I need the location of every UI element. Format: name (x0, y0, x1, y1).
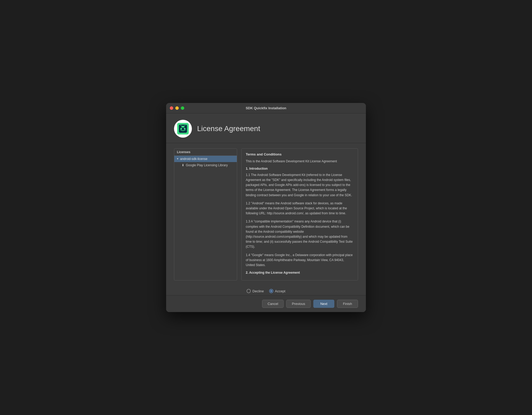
previous-button[interactable]: Previous (286, 300, 311, 308)
google-play-licensing-library-item[interactable]: ⬇ Google Play Licensing Library (174, 162, 237, 168)
download-icon: ⬇ (182, 163, 184, 167)
terms-para-3: 1.3 A "compatible implementation" means … (246, 219, 354, 249)
titlebar: SDK Quickfix Installation (166, 103, 366, 113)
svg-point-3 (184, 128, 186, 130)
android-sdk-license-item[interactable]: ▾ android-sdk-license (174, 156, 237, 162)
licenses-panel-header: Licenses (174, 149, 237, 156)
terms-panel[interactable]: Terms and Conditions This is the Android… (241, 148, 358, 281)
traffic-lights (170, 106, 184, 110)
android-studio-icon (174, 120, 192, 138)
terms-intro: This is the Android Software Development… (246, 159, 354, 164)
window-title: SDK Quickfix Installation (246, 106, 287, 110)
terms-title: Terms and Conditions (246, 152, 354, 156)
close-button[interactable] (170, 106, 173, 110)
cancel-button[interactable]: Cancel (262, 300, 284, 308)
footer: Cancel Previous Next Finish (166, 295, 366, 312)
terms-para-4: 1.4 "Google" means Google Inc., a Delawa… (246, 253, 354, 268)
main-window: SDK Quickfix Installation License Agreem… (166, 103, 366, 312)
maximize-button[interactable] (181, 106, 184, 110)
license-radio-section: Decline Accept (166, 286, 366, 295)
decline-option[interactable]: Decline (247, 289, 264, 293)
android-sdk-license-label: android-sdk-license (180, 157, 207, 161)
accept-radio[interactable] (269, 289, 273, 293)
finish-button[interactable]: Finish (337, 300, 358, 308)
accept-label: Accept (275, 289, 285, 293)
android-studio-svg (177, 123, 189, 134)
page-title: License Agreement (197, 124, 260, 133)
terms-para-2: 1.2 "Android" means the Android software… (246, 201, 354, 216)
svg-rect-4 (182, 126, 185, 128)
minimize-button[interactable] (175, 106, 179, 110)
header-section: License Agreement (166, 113, 366, 143)
terms-heading-1: 1. Introduction (246, 167, 354, 170)
main-content: Licenses ▾ android-sdk-license ⬇ Google … (166, 143, 366, 286)
decline-radio[interactable] (247, 289, 251, 293)
google-play-licensing-label: Google Play Licensing Library (186, 163, 228, 167)
svg-point-2 (180, 128, 182, 130)
decline-label: Decline (252, 289, 264, 293)
licenses-panel: Licenses ▾ android-sdk-license ⬇ Google … (174, 148, 237, 281)
terms-heading-2: 2. Accepting the License Agreement (246, 271, 354, 274)
accept-option[interactable]: Accept (269, 289, 285, 293)
next-button[interactable]: Next (313, 300, 334, 308)
terms-para-1: 1.1 The Android Software Development Kit… (246, 173, 354, 198)
chevron-down-icon: ▾ (177, 157, 178, 160)
